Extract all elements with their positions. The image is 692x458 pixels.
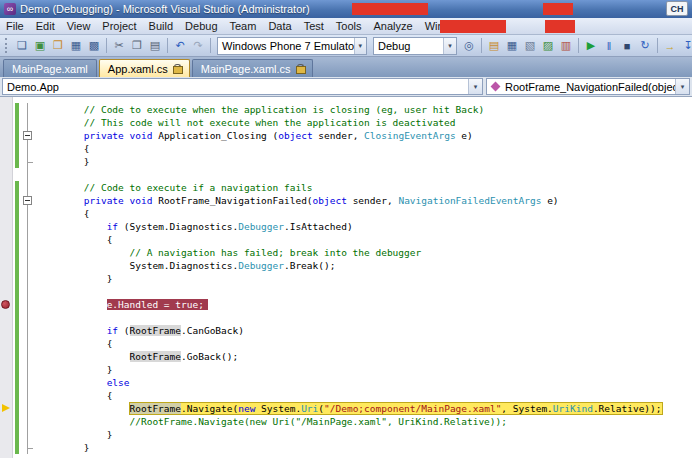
glyph-margin[interactable] — [0, 233, 13, 246]
code-text[interactable]: } — [35, 428, 692, 441]
target-device-combo[interactable]: Windows Phone 7 Emulator ▾ — [217, 37, 367, 55]
save-icon[interactable]: ▦ — [67, 37, 85, 55]
glyph-margin[interactable] — [0, 103, 13, 116]
menu-edit[interactable]: Edit — [30, 18, 61, 34]
glyph-margin[interactable] — [0, 168, 13, 181]
toolbar-grip[interactable] — [5, 38, 9, 53]
glyph-margin[interactable] — [0, 246, 13, 259]
glyph-margin[interactable] — [0, 116, 13, 129]
code-line[interactable]: // Code to execute when the application … — [0, 103, 692, 116]
code-line[interactable]: RootFrame.GoBack(); — [0, 350, 692, 363]
error-list-icon[interactable]: ▥ — [557, 37, 575, 55]
code-text[interactable]: RootFrame.GoBack(); — [35, 350, 692, 363]
glyph-margin[interactable] — [0, 363, 13, 376]
code-line[interactable] — [0, 311, 692, 324]
code-text[interactable]: e.Handled = true; — [35, 298, 692, 311]
code-line[interactable]: private void Application_Closing (object… — [0, 129, 692, 142]
members-dropdown[interactable]: RootFrame_NavigationFailed(object send ▾ — [486, 78, 690, 95]
stop-debugging-icon[interactable]: ■ — [618, 37, 636, 55]
code-text[interactable] — [35, 168, 692, 181]
code-text[interactable]: // This code will not execute when the a… — [35, 116, 692, 129]
solution-config-combo[interactable]: Debug ▾ — [373, 37, 457, 55]
show-next-statement-icon[interactable]: → — [661, 37, 679, 55]
code-text[interactable]: System.Diagnostics.Debugger.Break(); — [35, 259, 692, 272]
redo-icon[interactable]: ↷ — [189, 37, 207, 55]
menu-debug[interactable]: Debug — [179, 18, 223, 34]
menu-tools[interactable]: Tools — [330, 18, 368, 34]
toolbox-icon[interactable]: ▨ — [539, 37, 557, 55]
continue-icon[interactable]: ▶ — [582, 37, 600, 55]
object-browser-icon[interactable]: ▧ — [521, 37, 539, 55]
glyph-margin[interactable] — [0, 350, 13, 363]
code-line[interactable]: System.Diagnostics.Debugger.Break(); — [0, 259, 692, 272]
menu-test[interactable]: Test — [298, 18, 330, 34]
open-file-icon[interactable]: ❒ — [49, 37, 67, 55]
code-text[interactable]: { — [35, 142, 692, 155]
menu-view[interactable]: View — [61, 18, 97, 34]
glyph-margin[interactable] — [0, 259, 13, 272]
code-line[interactable]: e.Handled = true; — [0, 298, 692, 311]
code-text[interactable]: private void Application_Closing (object… — [35, 129, 692, 142]
chevron-down-icon[interactable]: ▾ — [443, 38, 456, 54]
code-line[interactable]: } — [0, 272, 692, 285]
collapse-region-icon[interactable] — [23, 131, 32, 140]
title-bar[interactable]: ∞ Demo (Debugging) - Microsoft Visual St… — [0, 0, 692, 18]
glyph-margin[interactable] — [0, 207, 13, 220]
code-text[interactable]: else — [35, 376, 692, 389]
step-into-icon[interactable]: ↧ — [679, 37, 692, 55]
solution-explorer-icon[interactable]: ▤ — [485, 37, 503, 55]
code-text[interactable]: } — [35, 441, 692, 454]
code-text[interactable]: // Code to execute when the application … — [35, 103, 692, 116]
menu-team[interactable]: Team — [224, 18, 263, 34]
tab-mainpage-xaml[interactable]: MainPage.xaml — [3, 59, 97, 77]
code-line[interactable]: if (System.Diagnostics.Debugger.IsAttach… — [0, 220, 692, 233]
undo-icon[interactable]: ↶ — [171, 37, 189, 55]
copy-icon[interactable]: ❐ — [128, 37, 146, 55]
code-line[interactable]: { — [0, 389, 692, 402]
code-text[interactable]: } — [35, 272, 692, 285]
glyph-margin[interactable] — [0, 311, 13, 324]
code-line[interactable]: { — [0, 337, 692, 350]
code-text[interactable]: private void RootFrame_NavigationFailed(… — [35, 194, 692, 207]
code-line[interactable]: } — [0, 428, 692, 441]
menu-build[interactable]: Build — [143, 18, 179, 34]
glyph-margin[interactable] — [0, 389, 13, 402]
new-project-icon[interactable]: ❏ — [13, 37, 31, 55]
glyph-margin[interactable] — [0, 181, 13, 194]
code-line[interactable]: private void RootFrame_NavigationFailed(… — [0, 194, 692, 207]
code-text[interactable]: { — [35, 233, 692, 246]
tab-app-xaml-cs[interactable]: App.xaml.cs — [99, 59, 190, 77]
cut-icon[interactable]: ✂ — [110, 37, 128, 55]
chevron-down-icon[interactable]: ▾ — [675, 79, 689, 94]
paste-icon[interactable]: ▤ — [146, 37, 164, 55]
menu-analyze[interactable]: Analyze — [368, 18, 419, 34]
breakpoint-margin[interactable] — [0, 298, 13, 311]
code-line[interactable]: { — [0, 233, 692, 246]
code-line[interactable]: } — [0, 363, 692, 376]
ime-language-indicator[interactable]: CH — [666, 1, 688, 16]
menu-data[interactable]: Data — [262, 18, 297, 34]
code-line[interactable] — [0, 168, 692, 181]
glyph-margin[interactable] — [0, 155, 13, 168]
types-dropdown[interactable]: Demo.App ▾ — [2, 78, 483, 95]
breakpoint-icon[interactable] — [1, 300, 10, 309]
code-text[interactable]: RootFrame.Navigate(new System.Uri("/Demo… — [35, 402, 692, 415]
glyph-margin[interactable] — [0, 415, 13, 428]
code-text[interactable]: //RootFrame.Navigate(new Uri("/MainPage.… — [35, 415, 692, 428]
break-all-icon[interactable]: ‖ — [600, 37, 618, 55]
chevron-down-icon[interactable]: ▾ — [468, 79, 482, 94]
code-line[interactable]: //RootFrame.Navigate(new Uri("/MainPage.… — [0, 415, 692, 428]
code-text[interactable]: if (RootFrame.CanGoBack) — [35, 324, 692, 337]
glyph-margin[interactable] — [0, 428, 13, 441]
code-line[interactable]: if (RootFrame.CanGoBack) — [0, 324, 692, 337]
code-text[interactable]: // Code to execute if a navigation fails — [35, 181, 692, 194]
glyph-margin[interactable] — [0, 142, 13, 155]
code-text[interactable]: { — [35, 337, 692, 350]
find-icon[interactable]: ◎ — [460, 37, 478, 55]
code-line[interactable]: else — [0, 376, 692, 389]
current-statement-margin[interactable] — [0, 402, 13, 415]
code-editor[interactable]: // Code to execute when the application … — [0, 97, 692, 458]
glyph-margin[interactable] — [0, 285, 13, 298]
code-line[interactable]: { — [0, 207, 692, 220]
glyph-margin[interactable] — [0, 129, 13, 142]
